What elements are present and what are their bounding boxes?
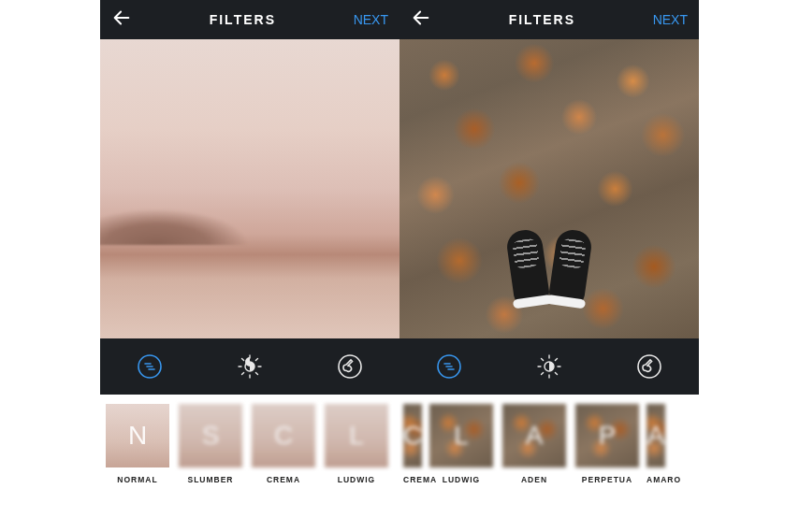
header-title: FILTERS (509, 12, 575, 27)
filter-item-perpetua[interactable]: P PERPETUA (574, 404, 641, 484)
filter-item-crema[interactable]: C CREMA (250, 404, 317, 484)
filter-letter: N (128, 421, 147, 451)
filter-letter: L (349, 421, 364, 451)
filter-thumbnail: L (325, 404, 388, 467)
filter-item-ludwig[interactable]: L LUDWIG (323, 404, 390, 484)
header: FILTERS NEXT (400, 0, 699, 39)
svg-line-11 (255, 372, 257, 374)
filter-letter: P (599, 421, 617, 451)
active-tool-caret (443, 395, 455, 400)
header-title: FILTERS (210, 12, 276, 27)
svg-line-26 (555, 372, 557, 374)
filter-label: ADEN (501, 475, 568, 484)
filter-label: AMARO (646, 475, 665, 484)
shoes-shape (510, 230, 588, 303)
filter-item-amaro[interactable]: A AMARO (646, 404, 665, 484)
filter-thumbnail: A (502, 404, 566, 467)
filter-letter: C (403, 421, 422, 451)
photo-content (100, 39, 400, 338)
filter-tool-button[interactable] (134, 351, 166, 382)
edit-toolbar (100, 338, 400, 395)
photo-content (400, 39, 699, 338)
filter-thumbnail: L (429, 404, 493, 467)
svg-line-28 (555, 359, 557, 361)
back-button[interactable] (411, 7, 431, 32)
filter-thumbnail: C (403, 404, 422, 467)
back-arrow-icon (111, 7, 132, 28)
wrench-icon (636, 353, 662, 380)
phone-screen-left: FILTERS NEXT N NORMAL (100, 0, 400, 532)
filter-label: CREMA (403, 475, 422, 484)
svg-line-12 (241, 372, 243, 374)
photo-preview[interactable] (400, 39, 699, 338)
lux-tool-button[interactable] (533, 351, 565, 382)
filter-tool-button[interactable] (433, 351, 465, 382)
filter-thumbnail: C (252, 404, 315, 467)
filter-item-slumber[interactable]: S SLUMBER (177, 404, 244, 484)
filter-label: NORMAL (104, 475, 171, 484)
mountain-shape (100, 180, 269, 245)
edit-toolbar (400, 338, 699, 395)
lux-tool-button[interactable] (234, 351, 266, 382)
filter-label: PERPETUA (574, 475, 641, 484)
svg-line-10 (241, 359, 243, 361)
next-button[interactable]: NEXT (653, 12, 688, 27)
filter-item-crema[interactable]: C CREMA (403, 404, 422, 484)
wrench-icon (337, 353, 363, 380)
active-tool-caret (144, 395, 155, 400)
lux-icon (237, 353, 263, 380)
filter-letter: S (202, 421, 220, 451)
filter-item-ludwig[interactable]: L LUDWIG (428, 404, 495, 484)
filter-item-aden[interactable]: A ADEN (501, 404, 568, 484)
lux-icon (536, 353, 562, 380)
filter-strip[interactable]: C CREMA L LUDWIG A ADEN P PERPETUA A AMA… (400, 395, 699, 532)
photo-preview[interactable] (100, 39, 400, 338)
back-button[interactable] (111, 7, 132, 32)
svg-line-13 (255, 359, 257, 361)
filter-letter: A (526, 421, 544, 451)
filter-letter: L (454, 421, 469, 451)
filter-icon (137, 353, 163, 380)
filter-label: LUDWIG (428, 475, 495, 484)
filter-thumbnail: S (179, 404, 242, 467)
filter-label: CREMA (250, 475, 317, 484)
filter-label: LUDWIG (323, 475, 390, 484)
filter-icon (436, 353, 462, 380)
filter-letter: C (274, 421, 293, 451)
shoe-left (505, 228, 550, 306)
filter-label: SLUMBER (177, 475, 244, 484)
next-button[interactable]: NEXT (354, 12, 388, 27)
svg-line-25 (541, 359, 543, 361)
filter-thumbnail: P (575, 404, 639, 467)
edit-tool-button[interactable] (334, 351, 366, 382)
filter-thumbnail: A (646, 404, 665, 467)
phone-screen-right: FILTERS NEXT C (400, 0, 699, 532)
header: FILTERS NEXT (100, 0, 400, 39)
filter-strip[interactable]: N NORMAL S SLUMBER C CREMA L LUDWIG (100, 395, 400, 532)
filter-thumbnail: N (106, 404, 169, 467)
svg-line-27 (541, 372, 543, 374)
edit-tool-button[interactable] (633, 351, 665, 382)
filter-letter: A (647, 421, 665, 451)
filter-item-normal[interactable]: N NORMAL (104, 404, 171, 484)
back-arrow-icon (411, 7, 431, 28)
shoe-right (548, 228, 593, 306)
